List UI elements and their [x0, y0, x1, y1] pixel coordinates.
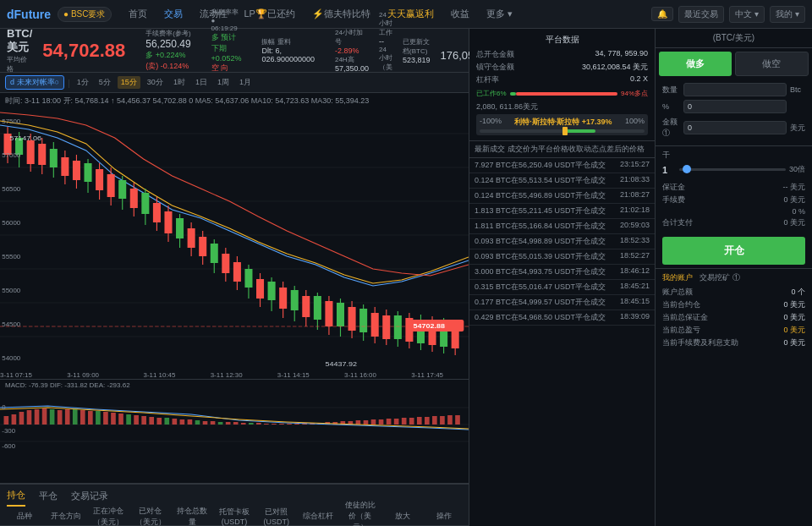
- left-panel: BTC/美元 平均价格 54,702.88 手续费率(参考) 56,250.49…: [0, 29, 469, 526]
- fee-row-deposit: 保证金 -- 美元: [662, 182, 805, 193]
- trade-desc-5: 0.093 BTC在54,998.89 USDT开仓成交: [475, 236, 607, 247]
- col-current-impact: 正在冲仓（美元）: [91, 506, 126, 527]
- svg-rect-72: [371, 313, 379, 337]
- platform-stat-0: 总开仓金额 34, 778, 959.90: [476, 49, 648, 60]
- percent-input[interactable]: [683, 100, 787, 113]
- trade-item-4: 1.811 BTC在55,166.84 USDT开仓成交 20:59:03: [469, 219, 655, 234]
- btn-short[interactable]: 做空: [735, 52, 809, 76]
- svg-rect-111: [149, 417, 154, 425]
- form-row-amount: 金额① 美元: [662, 117, 805, 139]
- svg-rect-109: [134, 415, 139, 425]
- leverage-fill-long: [510, 92, 517, 96]
- tf-1h[interactable]: 1时: [170, 76, 189, 89]
- amount-input[interactable]: [683, 121, 787, 134]
- svg-rect-26: [107, 174, 115, 197]
- tf-1d[interactable]: 1日: [192, 76, 211, 89]
- trade-item-10: 0.429 BTC在54,968.50 USDT平仓成交 18:39:09: [469, 310, 655, 326]
- trade-desc-9: 0.177 BTC在54,999.57 USDT开仓成交: [475, 297, 607, 308]
- btn-long[interactable]: 做多: [659, 52, 732, 76]
- nav-yield[interactable]: 收益: [444, 4, 476, 24]
- ticker-symbol-block: BTC/美元 平均价格: [7, 27, 32, 74]
- svg-rect-138: [356, 420, 361, 425]
- bsc-badge[interactable]: ● BSC要求: [58, 7, 111, 22]
- time-3: 3-11 10:45: [144, 371, 176, 378]
- bottom-tabs: 持仓 平仓 交易记录: [0, 484, 469, 507]
- svg-rect-38: [176, 218, 184, 238]
- tf-5m[interactable]: 5分: [96, 76, 114, 89]
- fee-row-fee: 手续费 0 美元: [662, 195, 805, 205]
- ticker-interest-label: 利息率率 ● 06:19:29: [211, 8, 242, 32]
- tab-positions[interactable]: 持仓: [7, 485, 25, 507]
- nav-recent-trades[interactable]: 最近交易: [678, 6, 724, 23]
- chart-toolbar: d 未来对帐率○ | 1分 5分 15分 30分 1时 1日 1周 1月: [0, 73, 469, 93]
- ticker-ref-price: 56,250.49: [145, 38, 190, 50]
- percent-label: %: [662, 102, 680, 111]
- ma5-line: [0, 125, 469, 286]
- account-label-4: 当前手续费及利息支助: [662, 337, 738, 348]
- time-6: 3-11 16:00: [344, 371, 376, 378]
- nav-notification[interactable]: 🔔: [651, 7, 673, 21]
- fee-info: 保证金 -- 美元 手续费 0 美元 0 % 合计支付 0 美元: [656, 178, 812, 233]
- ticker-funding-value: Dlt: 6, 026.900000000: [261, 47, 315, 63]
- leverage-thumb[interactable]: [683, 165, 691, 173]
- chart-mode-btn[interactable]: d 未来对帐率○: [5, 75, 64, 90]
- ticker-row: BTC/美元 平均价格 54,702.88 手续费率(参考) 56,250.49…: [0, 29, 469, 73]
- svg-rect-110: [141, 416, 146, 425]
- stat-label-0: 总开仓金额: [476, 49, 514, 60]
- tab-trades[interactable]: 交易记录: [71, 486, 108, 506]
- leverage-fill-short: [516, 92, 617, 96]
- ticker-work-value: --: [379, 37, 392, 46]
- stat-label-1: 镇守仓金额: [476, 62, 514, 73]
- account-label-3: 当前总盈亏: [662, 325, 700, 336]
- svg-rect-124: [249, 423, 254, 425]
- account-label-0: 账户总额: [662, 287, 693, 298]
- tab-history[interactable]: 平仓: [39, 486, 58, 506]
- trade-desc-10: 0.429 BTC在54,968.50 USDT平仓成交: [475, 312, 607, 323]
- trades-header: 最新成交 成交价为平台价格收取动态点差后的价格: [469, 141, 655, 158]
- tf-1mo[interactable]: 1月: [236, 76, 255, 89]
- bottom-table-header: 品种 开仓方向 正在冲仓（美元） 已对仓（美元） 持仓总数量 托管卡板(USDT…: [0, 507, 469, 526]
- nav-language[interactable]: 中文 ▾: [729, 6, 765, 23]
- nav-lp[interactable]: LP🏆已还约: [238, 4, 302, 24]
- chart-info-text: 时间: 3-11 18:00 开: 54,768.14 ↑ 54,456.37 …: [5, 96, 369, 107]
- chart-high-label: 57147.06: [9, 134, 41, 142]
- nav-trade[interactable]: 交易: [157, 4, 189, 24]
- svg-rect-148: [432, 416, 437, 425]
- tf-30m[interactable]: 30分: [144, 76, 167, 89]
- leverage-label: 干: [662, 150, 670, 161]
- account-tab-mining[interactable]: 交易挖矿 ①: [700, 272, 740, 283]
- btn-open[interactable]: 开仓: [662, 237, 805, 265]
- svg-rect-24: [96, 169, 103, 190]
- svg-rect-66: [337, 303, 344, 326]
- price-56000: 56000: [2, 219, 20, 226]
- tf-1m[interactable]: 1分: [74, 76, 92, 89]
- svg-rect-14: [38, 144, 46, 165]
- account-val-0: 0 个: [791, 287, 805, 298]
- account-tab-main[interactable]: 我的账户: [662, 272, 693, 283]
- col-managed: 托管卡板(USDT): [217, 507, 252, 526]
- price-55500: 55500: [2, 253, 20, 260]
- platform-pnl-row: 2,080, 611.86美元: [476, 101, 648, 112]
- svg-rect-95: [27, 410, 32, 425]
- col-actions: 操作: [426, 511, 462, 522]
- trade-item-1: 0.124 BTC在55,513.54 USDT平仓成交 21:08:33: [469, 173, 655, 189]
- svg-rect-96: [35, 409, 40, 425]
- order-form: 数量 Btc % 金额① 美元: [656, 79, 812, 145]
- nav-home[interactable]: 首页: [122, 4, 154, 24]
- trade-time-1: 21:08:33: [607, 175, 650, 186]
- sentiment-100: -100%: [480, 117, 502, 128]
- nav-account[interactable]: 我的 ▾: [770, 6, 805, 23]
- tf-15m[interactable]: 15分: [118, 76, 140, 89]
- ticker-high-value: 57,350.00: [335, 64, 369, 73]
- time-4: 3-11 12:30: [211, 371, 243, 378]
- svg-rect-74: [382, 315, 390, 339]
- svg-rect-129: [287, 424, 292, 425]
- quantity-input[interactable]: [683, 83, 787, 96]
- nav-dft[interactable]: ⚡德夫特比特: [305, 4, 377, 24]
- trade-time-5: 18:52:33: [607, 236, 650, 247]
- ticker-change-block: 24小时加号 -2.89% 24H高 57,350.00: [335, 28, 369, 73]
- deposit-value: -- 美元: [783, 182, 806, 193]
- leverage-track[interactable]: [679, 168, 786, 171]
- nav-more[interactable]: 更多 ▾: [480, 4, 519, 24]
- tf-1w[interactable]: 1周: [214, 76, 233, 89]
